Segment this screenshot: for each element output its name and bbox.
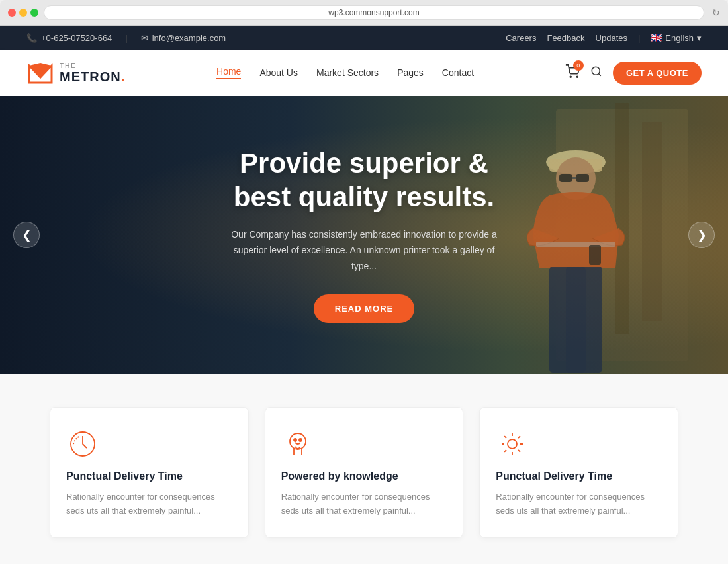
minimize-button[interactable] [19, 9, 27, 17]
divider: | [125, 33, 127, 43]
browser-chrome: wp3.commonsupport.com ↻ [0, 0, 728, 26]
nav-links: Home About Us Market Sectors Pages Conta… [216, 66, 474, 79]
features-grid: Punctual Delivery Time Rationally encoun… [50, 407, 678, 538]
feature-desc-2: Rationally encounter for consequences se… [281, 490, 447, 518]
nav-market-sectors[interactable]: Market Sectors [316, 67, 379, 78]
search-icon [590, 66, 602, 77]
nav-contact[interactable]: Contact [442, 67, 474, 78]
top-bar: 📞 +0-625-07520-664 | ✉ info@example.com … [0, 26, 728, 50]
phone-number: +0-625-07520-664 [41, 33, 112, 43]
hero-section: Provide superior & best quality results.… [0, 96, 728, 374]
maximize-button[interactable] [30, 9, 38, 17]
careers-link[interactable]: Careers [506, 33, 536, 43]
feature-card-2: Powered by knowledge Rationally encounte… [265, 407, 464, 538]
feature-card-1: Punctual Delivery Time Rationally encoun… [50, 407, 249, 538]
svg-rect-10 [576, 174, 589, 182]
logo-text: THE METRON. [60, 62, 125, 84]
browser-window-controls [8, 9, 38, 17]
feature-desc-3: Rationally encounter for consequences se… [496, 490, 662, 518]
feature-title-2: Powered by knowledge [281, 470, 447, 484]
close-button[interactable] [8, 9, 16, 17]
svg-rect-12 [536, 242, 615, 247]
chevron-right-icon: ❯ [697, 228, 707, 242]
get-quote-button[interactable]: GET A QUOTE [613, 62, 702, 85]
feature-title-3: Punctual Delivery Time [496, 470, 662, 484]
language-selector[interactable]: 🇬🇧 English ▾ [651, 32, 702, 43]
main-navigation: THE METRON. Home About Us Market Sectors… [0, 50, 728, 96]
svg-point-17 [290, 433, 306, 449]
features-section: Punctual Delivery Time Rationally encoun… [0, 374, 728, 564]
svg-point-20 [508, 439, 517, 449]
svg-line-5 [598, 73, 600, 75]
hero-prev-arrow[interactable]: ❮ [13, 222, 40, 248]
email-contact: ✉ info@example.com [141, 33, 226, 43]
feedback-link[interactable]: Feedback [547, 33, 584, 43]
svg-point-2 [570, 76, 571, 77]
logo-the: THE [60, 62, 125, 69]
url-bar[interactable]: wp3.commonsupport.com [44, 5, 704, 20]
chevron-down-icon: ▾ [697, 33, 702, 43]
delivery-icon [66, 427, 99, 461]
email-icon: ✉ [141, 33, 148, 43]
feature-desc-1: Rationally encounter for consequences se… [66, 490, 232, 518]
nav-actions: 0 GET A QUOTE [565, 62, 702, 85]
phone-contact: 📞 +0-625-07520-664 [26, 33, 112, 43]
top-bar-right: Careers Feedback Updates | 🇬🇧 English ▾ [506, 32, 702, 43]
svg-point-19 [299, 439, 302, 441]
website: 📞 +0-625-07520-664 | ✉ info@example.com … [0, 26, 728, 581]
svg-point-3 [576, 76, 578, 77]
logo[interactable]: THE METRON. [26, 59, 125, 87]
logo-name: METRON. [60, 69, 125, 84]
knowledge-icon [281, 427, 314, 461]
cart-badge: 0 [573, 60, 584, 71]
feature-title-1: Punctual Delivery Time [66, 470, 232, 484]
svg-rect-9 [559, 174, 572, 182]
gear-icon [496, 427, 529, 461]
svg-point-4 [592, 67, 600, 75]
updates-link[interactable]: Updates [596, 33, 627, 43]
hero-content: Provide superior & best quality results.… [199, 147, 529, 322]
hero-title: Provide superior & best quality results. [225, 147, 503, 214]
logo-icon [26, 59, 54, 87]
hero-subtitle: Our Company has consistently embraced in… [225, 227, 503, 274]
cart-button[interactable]: 0 [565, 64, 580, 81]
search-button[interactable] [590, 66, 602, 81]
refresh-icon[interactable]: ↻ [712, 7, 720, 18]
chevron-left-icon: ❮ [22, 228, 32, 242]
logo-dot: . [121, 69, 126, 84]
hero-cta-button[interactable]: READ MORE [314, 294, 414, 323]
nav-about[interactable]: About Us [259, 67, 298, 78]
feature-card-3: Punctual Delivery Time Rationally encoun… [479, 407, 678, 538]
nav-home[interactable]: Home [216, 66, 241, 79]
svg-point-18 [294, 439, 296, 441]
svg-rect-14 [566, 267, 602, 373]
hero-next-arrow[interactable]: ❯ [688, 222, 715, 248]
welcome-section: WELCOME TO METRON [0, 564, 728, 581]
language-label: English [665, 33, 694, 43]
flag-icon: 🇬🇧 [651, 32, 662, 43]
svg-rect-15 [589, 245, 601, 265]
email-address: info@example.com [152, 33, 226, 43]
nav-pages[interactable]: Pages [397, 67, 424, 78]
phone-icon: 📞 [26, 33, 37, 43]
top-bar-left: 📞 +0-625-07520-664 | ✉ info@example.com [26, 33, 226, 43]
